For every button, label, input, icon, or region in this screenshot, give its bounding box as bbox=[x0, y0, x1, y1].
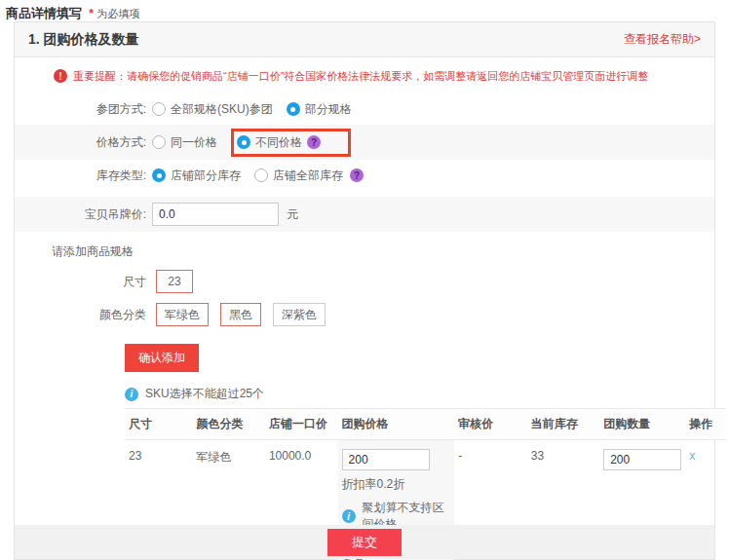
form-row-tag-price: 宝贝吊牌价: 元 bbox=[15, 197, 714, 232]
stock-type-label: 库存类型: bbox=[15, 168, 146, 184]
confirm-add-button[interactable]: 确认添加 bbox=[125, 344, 199, 372]
color-label: 颜色分类 bbox=[15, 307, 146, 323]
discount-note: 折扣率0.2折 bbox=[342, 476, 451, 493]
section-title: 1. 团购价格及数量 bbox=[28, 31, 139, 49]
info-icon: i bbox=[342, 509, 356, 523]
spec-title: 请添加商品规格 bbox=[15, 243, 714, 260]
table-header-row: 尺寸 颜色分类 店铺一口价 团购价格 审核价 当前库存 团购数量 操作 bbox=[125, 409, 726, 440]
spec-row-color: 颜色分类 军绿色 黑色 深紫色 bbox=[15, 303, 714, 326]
join-mode-label: 参团方式: bbox=[15, 101, 146, 118]
warning-icon: ! bbox=[54, 69, 67, 83]
page-title: 商品详情填写 bbox=[6, 6, 82, 20]
quantity-input[interactable] bbox=[603, 449, 681, 470]
radio-option-all-stock[interactable]: 店铺全部库存 bbox=[254, 168, 343, 184]
size-option-23[interactable]: 23 bbox=[156, 270, 193, 293]
radio-checked-icon[interactable] bbox=[237, 135, 250, 149]
panel-footer: 提交 bbox=[15, 525, 714, 559]
page-header: 商品详情填写 * 为必填项 bbox=[0, 0, 729, 21]
radio-checked-icon[interactable] bbox=[287, 102, 300, 116]
col-header-action: 操作 bbox=[685, 409, 726, 440]
price-warning: ! 重要提醒：请确保您的促销商品“店铺一口价”符合国家价格法律法规要求，如需调整… bbox=[15, 57, 714, 86]
tag-price-label: 宝贝吊牌价: bbox=[15, 206, 146, 223]
col-header-size: 尺寸 bbox=[125, 409, 192, 440]
price-mode-label: 价格方式: bbox=[15, 134, 146, 151]
radio-icon[interactable] bbox=[254, 168, 268, 182]
delete-row-button[interactable]: x bbox=[689, 449, 695, 463]
radio-label: 部分规格 bbox=[305, 101, 352, 118]
required-note: 为必填项 bbox=[96, 8, 139, 19]
color-option-dark-purple[interactable]: 深紫色 bbox=[273, 303, 326, 326]
radio-option-partial-sku[interactable]: 部分规格 bbox=[287, 101, 352, 118]
col-header-audit-price: 审核价 bbox=[454, 409, 526, 440]
col-header-group-price: 团购价格 bbox=[338, 409, 455, 440]
radio-option-all-sku[interactable]: 全部规格(SKU)参团 bbox=[152, 101, 273, 118]
help-icon[interactable]: ? bbox=[350, 168, 364, 182]
form-row-join-mode: 参团方式: 全部规格(SKU)参团 部分规格 bbox=[15, 93, 714, 125]
spec-block: 请添加商品规格 尺寸 23 颜色分类 军绿色 黑色 深紫色 确认添加 i SKU… bbox=[15, 243, 714, 402]
submit-button[interactable]: 提交 bbox=[327, 529, 402, 556]
warning-text: 重要提醒：请确保您的促销商品“店铺一口价”符合国家价格法律法规要求，如需调整请返… bbox=[73, 69, 648, 84]
required-star: * bbox=[89, 7, 94, 20]
group-price-input[interactable] bbox=[342, 449, 430, 470]
tag-price-input[interactable] bbox=[152, 203, 279, 226]
radio-checked-icon[interactable] bbox=[152, 168, 166, 182]
form-row-stock-type: 库存类型: 店铺部分库存 店铺全部库存 ? bbox=[15, 160, 714, 191]
tag-price-unit: 元 bbox=[287, 206, 298, 223]
help-icon[interactable]: ? bbox=[307, 135, 321, 149]
col-header-stock: 当前库存 bbox=[527, 409, 599, 440]
form-row-price-mode: 价格方式: 同一价格 不同价格 ? bbox=[15, 125, 714, 160]
radio-label: 同一价格 bbox=[171, 134, 217, 151]
radio-icon[interactable] bbox=[152, 135, 166, 149]
color-option-army-green[interactable]: 军绿色 bbox=[156, 303, 209, 326]
radio-option-same-price[interactable]: 同一价格 bbox=[152, 134, 217, 151]
info-icon: i bbox=[125, 388, 138, 401]
radio-option-different-price[interactable]: 不同价格 bbox=[237, 134, 302, 151]
radio-label: 店铺部分库存 bbox=[171, 168, 241, 184]
col-header-color: 颜色分类 bbox=[192, 409, 264, 440]
signup-help-link[interactable]: 查看报名帮助> bbox=[624, 31, 701, 48]
section-header: 1. 团购价格及数量 查看报名帮助> bbox=[15, 22, 714, 57]
col-header-shop-price: 店铺一口价 bbox=[265, 409, 338, 440]
different-price-highlight-box: 不同价格 ? bbox=[231, 129, 351, 157]
group-buy-panel: 1. 团购价格及数量 查看报名帮助> ! 重要提醒：请确保您的促销商品“店铺一口… bbox=[14, 21, 715, 560]
radio-label: 全部规格(SKU)参团 bbox=[171, 101, 273, 118]
col-header-quantity: 团购数量 bbox=[599, 409, 685, 440]
radio-label: 店铺全部库存 bbox=[273, 168, 343, 184]
sku-note: i SKU选择不能超过25个 bbox=[125, 386, 714, 402]
color-option-black[interactable]: 黑色 bbox=[220, 303, 261, 326]
radio-label: 不同价格 bbox=[255, 134, 302, 151]
radio-option-partial-stock[interactable]: 店铺部分库存 bbox=[152, 168, 241, 184]
sku-note-text: SKU选择不能超过25个 bbox=[145, 386, 264, 402]
size-label: 尺寸 bbox=[15, 274, 146, 290]
spec-row-size: 尺寸 23 bbox=[15, 270, 714, 293]
radio-icon[interactable] bbox=[152, 102, 166, 116]
